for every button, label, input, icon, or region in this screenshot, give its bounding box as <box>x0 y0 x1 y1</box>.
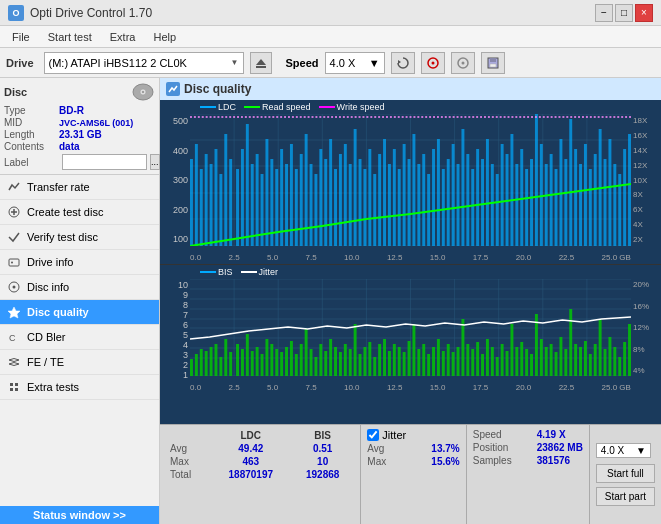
speed-dropdown[interactable]: 4.0 X ▼ <box>596 443 651 458</box>
drive-selector[interactable]: (M:) ATAPI iHBS112 2 CL0K ▼ <box>44 52 244 74</box>
nav-disc-quality[interactable]: Disc quality <box>0 300 159 325</box>
status-window-button[interactable]: Status window >> <box>0 506 159 524</box>
contents-value: data <box>59 141 80 152</box>
svg-rect-201 <box>437 339 440 376</box>
svg-rect-98 <box>471 169 474 246</box>
svg-rect-107 <box>515 164 518 246</box>
svg-rect-212 <box>491 347 494 376</box>
bis-legend-label: BIS <box>218 267 233 277</box>
charts-area: LDC Read speed Write speed 500 <box>160 100 661 524</box>
nav-disc-info[interactable]: Disc info <box>0 275 159 300</box>
svg-rect-213 <box>496 357 499 376</box>
svg-rect-69 <box>329 139 332 246</box>
svg-rect-54 <box>256 154 259 246</box>
svg-rect-217 <box>515 347 518 376</box>
start-part-button[interactable]: Start part <box>596 487 655 506</box>
svg-rect-120 <box>579 164 582 246</box>
label-label: Label <box>4 157 59 168</box>
nav-drive-info[interactable]: Drive info <box>0 250 159 275</box>
maximize-button[interactable]: □ <box>615 4 633 22</box>
svg-rect-123 <box>594 154 597 246</box>
svg-rect-174 <box>305 329 308 376</box>
app-icon: O <box>8 5 24 21</box>
svg-rect-95 <box>457 164 460 246</box>
svg-rect-42 <box>195 144 198 246</box>
nav-cd-bler[interactable]: C CD Bler <box>0 325 159 350</box>
nav-create-test-disc[interactable]: Create test disc <box>0 200 159 225</box>
menu-start-test[interactable]: Start test <box>40 29 100 45</box>
extra-tests-icon <box>6 379 22 395</box>
menu-file[interactable]: File <box>4 29 38 45</box>
nav-verify-test-disc-label: Verify test disc <box>27 231 98 243</box>
nav-fe-te[interactable]: FE / TE <box>0 350 159 375</box>
svg-rect-91 <box>437 139 440 246</box>
svg-rect-101 <box>486 139 489 246</box>
mid-label: MID <box>4 117 59 128</box>
disc-icon-button[interactable] <box>421 52 445 74</box>
avg-label: Avg <box>166 442 211 455</box>
start-full-button[interactable]: Start full <box>596 464 655 483</box>
chart2-area: 10 9 8 7 6 5 4 3 2 1 <box>160 279 661 394</box>
eject-button[interactable] <box>250 52 272 74</box>
svg-rect-239 <box>623 342 626 376</box>
nav-verify-test-disc[interactable]: Verify test disc <box>0 225 159 250</box>
svg-rect-155 <box>210 347 213 376</box>
svg-rect-63 <box>300 154 303 246</box>
svg-rect-56 <box>265 139 268 246</box>
svg-rect-206 <box>461 319 464 376</box>
nav-extra-tests[interactable]: Extra tests <box>0 375 159 400</box>
svg-rect-151 <box>190 359 193 376</box>
fe-te-icon <box>6 354 22 370</box>
svg-rect-82 <box>393 149 396 246</box>
svg-text:C: C <box>9 333 16 343</box>
label-button[interactable]: ... <box>150 154 160 170</box>
stats-table: LDC BIS Avg 49.42 0.51 Max 463 10 <box>160 425 360 524</box>
svg-rect-80 <box>383 139 386 246</box>
write-speed-legend-color <box>319 106 335 108</box>
write-speed-legend-label: Write speed <box>337 102 385 112</box>
menu-extra[interactable]: Extra <box>102 29 144 45</box>
svg-rect-179 <box>329 339 332 376</box>
svg-rect-176 <box>314 357 317 376</box>
save-button[interactable] <box>481 52 505 74</box>
settings-button[interactable] <box>451 52 475 74</box>
svg-rect-41 <box>190 159 193 246</box>
svg-rect-76 <box>363 169 366 246</box>
svg-rect-97 <box>466 154 469 246</box>
read-speed-legend-label: Read speed <box>262 102 311 112</box>
svg-rect-160 <box>236 344 239 376</box>
jitter-avg-value: 13.7% <box>431 443 459 454</box>
chart2-container: BIS Jitter 10 9 8 7 6 5 <box>160 265 661 424</box>
svg-rect-232 <box>589 354 592 376</box>
svg-rect-79 <box>378 154 381 246</box>
svg-rect-184 <box>354 324 357 376</box>
svg-rect-173 <box>300 344 303 376</box>
svg-rect-163 <box>251 351 254 376</box>
minimize-button[interactable]: − <box>595 4 613 22</box>
chart2-y-axis-right: 20% 16% 12% 8% 4% <box>631 279 661 376</box>
svg-marker-20 <box>8 307 20 318</box>
svg-rect-129 <box>623 149 626 246</box>
refresh-button[interactable] <box>391 52 415 74</box>
read-speed-legend-color <box>244 106 260 108</box>
svg-rect-50 <box>236 169 239 246</box>
svg-rect-229 <box>574 344 577 376</box>
total-bis: 192868 <box>291 468 354 481</box>
nav-transfer-rate[interactable]: Transfer rate <box>0 175 159 200</box>
menu-help[interactable]: Help <box>145 29 184 45</box>
speed-selector[interactable]: 4.0 X ▼ <box>325 52 385 74</box>
svg-rect-74 <box>354 129 357 246</box>
transfer-rate-icon <box>6 179 22 195</box>
label-input[interactable] <box>62 154 147 170</box>
jitter-checkbox[interactable] <box>367 429 379 441</box>
svg-rect-75 <box>359 159 362 246</box>
svg-rect-219 <box>525 349 528 376</box>
chart1-legend: LDC Read speed Write speed <box>160 100 661 114</box>
svg-rect-236 <box>608 337 611 376</box>
svg-rect-183 <box>349 349 352 376</box>
close-button[interactable]: × <box>635 4 653 22</box>
svg-rect-231 <box>584 341 587 376</box>
svg-rect-227 <box>564 349 567 376</box>
svg-rect-159 <box>229 352 232 376</box>
window-controls: − □ × <box>595 4 653 22</box>
